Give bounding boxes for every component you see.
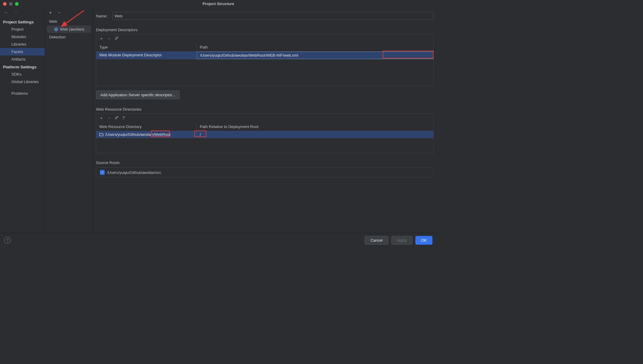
apply-button[interactable]: Apply bbox=[391, 236, 413, 245]
source-root-checkbox[interactable]: ✓ bbox=[100, 170, 105, 175]
add-facet-button[interactable]: ＋ bbox=[48, 10, 53, 16]
sidebar-group-platform-settings: Platform Settings bbox=[0, 63, 45, 70]
sidebar-item-sdks[interactable]: SDKs bbox=[0, 70, 45, 78]
dd-row-type: Web Module Deployment Descriptor bbox=[96, 52, 197, 59]
titlebar: Project Structure bbox=[0, 0, 437, 7]
sidebar-item-libraries[interactable]: Libraries bbox=[0, 40, 45, 48]
tree-item-web-aeolian-label: Web (aeolian) bbox=[60, 27, 84, 31]
source-root-path: /Users/yuqiu/Github/aeolian/src bbox=[107, 170, 161, 175]
wrd-edit-button[interactable] bbox=[115, 115, 119, 121]
dd-add-button[interactable]: ＋ bbox=[99, 36, 103, 41]
nav-forward-icon[interactable]: → bbox=[13, 10, 18, 16]
minimize-window-button[interactable] bbox=[9, 2, 13, 6]
sidebar-item-artifacts[interactable]: Artifacts bbox=[0, 55, 45, 63]
web-resource-directories-table: Web Resource Directory Path Relative to … bbox=[96, 123, 434, 138]
dd-row-path[interactable]: /Users/yuqiu/Github/aeolian/WebRoot/WEB-… bbox=[197, 52, 433, 59]
web-resource-directories-toolbar: ＋ － ? bbox=[96, 113, 434, 123]
web-facet-icon bbox=[54, 27, 58, 31]
dd-col-type[interactable]: Type bbox=[96, 43, 197, 51]
sidebar-item-global-libraries[interactable]: Global Libraries bbox=[0, 78, 45, 85]
source-root-item[interactable]: ✓ /Users/yuqiu/Github/aeolian/src bbox=[96, 167, 434, 178]
dd-table-row[interactable]: Web Module Deployment Descriptor /Users/… bbox=[96, 52, 433, 59]
wrd-help-button[interactable]: ? bbox=[122, 115, 125, 121]
deployment-descriptors-toolbar: ＋ － bbox=[96, 34, 434, 43]
wrd-row-dir: /Users/yuqiu/Github/aeolian/WebRoot bbox=[96, 131, 197, 138]
sidebar-item-modules[interactable]: Modules bbox=[0, 33, 45, 40]
window-title: Project Structure bbox=[202, 1, 234, 6]
close-window-button[interactable] bbox=[3, 2, 7, 6]
wrd-row-path-text: / bbox=[200, 132, 201, 137]
wrd-col-path[interactable]: Path Relative to Deployment Root bbox=[197, 123, 433, 131]
remove-facet-button[interactable]: － bbox=[57, 10, 62, 16]
name-label: Name: bbox=[96, 14, 112, 18]
source-roots-title: Source Roots bbox=[96, 160, 434, 165]
nav-back-icon[interactable]: ← bbox=[4, 10, 9, 16]
wrd-row-dir-text: /Users/yuqiu/Github/aeolian/WebRoot bbox=[105, 132, 170, 137]
wrd-row-path: / bbox=[197, 131, 433, 138]
name-input[interactable] bbox=[112, 12, 434, 20]
dialog-footer: ? Cancel Apply OK bbox=[0, 233, 437, 247]
sidebar-item-problems[interactable]: Problems bbox=[0, 90, 45, 97]
wrd-col-dir[interactable]: Web Resource Directory bbox=[96, 123, 197, 131]
add-app-server-descriptor-button[interactable]: Add Application Server specific descript… bbox=[96, 91, 180, 99]
facets-tree-panel: ＋ － Web Web (aeolian) Detection bbox=[45, 7, 93, 233]
settings-sidebar: ← → Project Settings Project Modules Lib… bbox=[0, 7, 45, 233]
dd-remove-button[interactable]: － bbox=[107, 36, 111, 41]
folder-icon bbox=[99, 133, 103, 137]
tree-item-web-aeolian[interactable]: Web (aeolian) bbox=[47, 25, 91, 33]
deployment-descriptors-table: Type Path Web Module Deployment Descript… bbox=[96, 43, 434, 59]
dd-edit-button[interactable] bbox=[115, 36, 119, 41]
sidebar-item-facets[interactable]: Facets bbox=[0, 48, 45, 55]
annotation-red-box-webxml bbox=[383, 51, 434, 58]
help-button[interactable]: ? bbox=[4, 237, 11, 243]
wrd-table-row[interactable]: /Users/yuqiu/Github/aeolian/WebRoot / bbox=[96, 131, 433, 138]
ok-button[interactable]: OK bbox=[415, 236, 432, 245]
tree-item-web-root[interactable]: Web bbox=[45, 18, 93, 25]
wrd-remove-button[interactable]: － bbox=[107, 115, 111, 121]
tree-item-detection[interactable]: Detection bbox=[45, 34, 93, 40]
sidebar-item-project[interactable]: Project bbox=[0, 25, 45, 33]
dd-row-path-text: /Users/yuqiu/Github/aeolian/WebRoot/WEB-… bbox=[200, 53, 298, 58]
cancel-button[interactable]: Cancel bbox=[365, 236, 388, 245]
deployment-descriptors-title: Deployment Descriptors bbox=[96, 28, 434, 32]
dd-col-path[interactable]: Path bbox=[197, 43, 433, 51]
wrd-add-button[interactable]: ＋ bbox=[99, 115, 103, 121]
web-resource-directories-title: Web Resource Directories bbox=[96, 107, 434, 112]
maximize-window-button[interactable] bbox=[15, 2, 19, 6]
sidebar-group-project-settings: Project Settings bbox=[0, 18, 45, 25]
